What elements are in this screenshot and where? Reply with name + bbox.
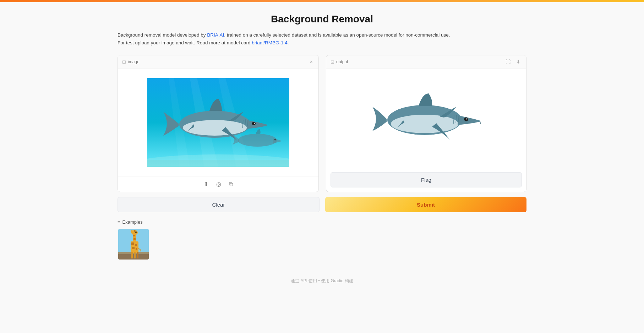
- svg-point-14: [274, 138, 276, 140]
- svg-rect-33: [132, 247, 135, 249]
- svg-point-43: [136, 232, 136, 232]
- svg-point-8: [252, 122, 256, 125]
- page-wrapper: Background Removal Background removal mo…: [109, 2, 535, 305]
- footer: 通过 API 使用 • 使用 Gradio 构建: [118, 274, 526, 284]
- examples-label: Examples: [122, 219, 143, 225]
- output-panel-actions: ⛶ ⬇: [504, 58, 522, 65]
- svg-rect-45: [134, 252, 136, 258]
- input-panel-header: ⊡ image ×: [118, 55, 318, 69]
- svg-point-22: [464, 118, 468, 121]
- output-shark-svg: [359, 79, 494, 157]
- input-label-text: image: [128, 59, 140, 64]
- example-giraffe[interactable]: [118, 228, 149, 260]
- svg-rect-5: [147, 160, 289, 167]
- desc-text-1: Background removal model developed by: [118, 32, 207, 38]
- giraffe-thumb-svg: [118, 229, 149, 260]
- svg-rect-37: [133, 238, 136, 240]
- svg-rect-34: [136, 248, 137, 250]
- output-panel: ⊡ output ⛶ ⬇: [326, 55, 526, 192]
- svg-rect-40: [134, 230, 135, 232]
- examples-section: ≡ Examples: [118, 219, 526, 260]
- input-shark-svg: [147, 78, 289, 167]
- svg-point-23: [466, 118, 468, 120]
- buttons-row: Clear Submit: [118, 197, 526, 212]
- input-panel-actions: ×: [309, 58, 314, 65]
- description: Background removal model developed by BR…: [118, 31, 526, 47]
- svg-rect-31: [131, 242, 134, 245]
- svg-rect-32: [135, 244, 137, 246]
- clipboard-button[interactable]: ⧉: [227, 180, 235, 189]
- desc-suffix: .: [288, 40, 289, 45]
- examples-grid: [118, 228, 526, 260]
- input-panel-toolbar: ⬆ ◎ ⧉: [118, 176, 318, 192]
- main-panels: ⊡ image ×: [118, 55, 526, 192]
- footer-text: 通过 API 使用 • 使用 Gradio 构建: [291, 278, 353, 283]
- bria-link[interactable]: BRIA.AI: [207, 32, 224, 38]
- input-panel: ⊡ image ×: [118, 55, 319, 192]
- model-card-link[interactable]: briaai/RMBG-1.4: [252, 40, 288, 45]
- input-panel-label: ⊡ image: [122, 59, 140, 65]
- webcam-button[interactable]: ◎: [214, 179, 223, 189]
- download-button[interactable]: ⬇: [515, 58, 522, 65]
- svg-rect-44: [131, 252, 133, 258]
- output-icon: ⊡: [331, 59, 334, 65]
- submit-button[interactable]: Submit: [325, 197, 526, 212]
- output-label-text: output: [336, 59, 348, 64]
- output-panel-header: ⊡ output ⛶ ⬇: [326, 55, 526, 69]
- svg-point-13: [238, 134, 277, 147]
- output-panel-label: ⊡ output: [331, 59, 348, 65]
- svg-point-39: [131, 230, 133, 233]
- close-button[interactable]: ×: [309, 58, 314, 65]
- input-image-area: [118, 69, 318, 176]
- upload-button[interactable]: ⬆: [202, 179, 211, 189]
- svg-rect-46: [137, 252, 138, 258]
- right-panel-wrapper: ⊡ output ⛶ ⬇: [326, 55, 526, 192]
- image-icon: ⊡: [122, 59, 126, 65]
- clear-button[interactable]: Clear: [118, 197, 320, 212]
- flag-button[interactable]: Flag: [331, 172, 522, 187]
- svg-point-9: [254, 122, 255, 124]
- desc-text-2: For test upload your image and wait. Rea…: [118, 40, 252, 45]
- examples-menu-icon: ≡: [118, 219, 120, 225]
- desc-middle: , trained on a carefully selected datase…: [224, 32, 450, 38]
- output-image-area: [326, 69, 526, 168]
- expand-button[interactable]: ⛶: [504, 58, 512, 65]
- page-title: Background Removal: [118, 13, 526, 25]
- examples-header: ≡ Examples: [118, 219, 526, 225]
